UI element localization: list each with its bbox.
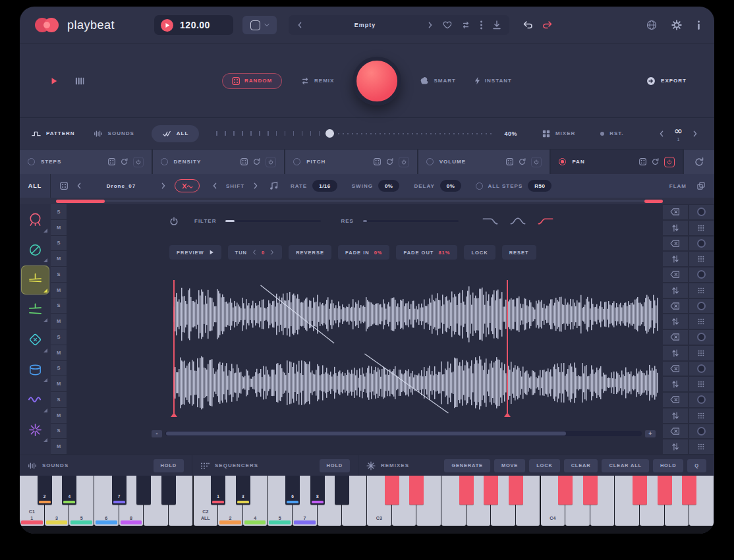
clear-sample-button[interactable] [662, 361, 689, 377]
sample-knob[interactable] [689, 424, 715, 439]
solo-button[interactable]: S [51, 329, 67, 345]
preset-next-button[interactable] [427, 22, 434, 28]
waveform-area[interactable] [152, 280, 659, 417]
black-key[interactable] [161, 476, 176, 505]
tab-pattern[interactable]: PATTERN [32, 129, 75, 138]
mute-button[interactable]: M [51, 314, 67, 329]
delay-pill[interactable]: 0% [440, 180, 462, 192]
param-tab-pan[interactable]: PAN [551, 150, 683, 174]
lock-button[interactable]: LOCK [464, 245, 495, 260]
drag-handle[interactable] [689, 314, 715, 329]
strip-right-segment[interactable] [644, 200, 663, 203]
bottom-lock-button[interactable]: LOCK [529, 459, 559, 472]
tune-down-icon[interactable] [252, 250, 257, 255]
res-slider[interactable] [363, 220, 459, 222]
mixer-button[interactable]: MIXER [542, 130, 575, 138]
globe-icon[interactable] [646, 20, 657, 30]
sound-slot-tom[interactable] [21, 356, 49, 385]
sample-knob[interactable] [689, 329, 715, 345]
loop-infinity[interactable]: ∞ 1 [674, 126, 683, 142]
zoom-out-button[interactable]: - [152, 430, 162, 437]
swing-slider-handle[interactable] [325, 129, 334, 138]
shift-right-icon[interactable] [252, 182, 259, 189]
bottom-hold-button[interactable]: HOLD [653, 459, 683, 472]
black-key[interactable]: 3 [236, 476, 250, 505]
sound-slot-open-hihat[interactable] [21, 296, 49, 325]
drag-handle[interactable] [689, 376, 715, 392]
solo-button[interactable]: S [51, 236, 67, 252]
scroll-track[interactable] [165, 431, 642, 436]
sample-prev-icon[interactable] [76, 182, 82, 189]
rate-value[interactable]: 1/16 [312, 180, 337, 192]
smart-button[interactable]: SMART [420, 76, 455, 86]
black-key[interactable]: 4 [62, 476, 76, 505]
scroll-thumb[interactable] [166, 432, 566, 435]
tune-control[interactable]: TUN 0 [228, 245, 283, 260]
dice-icon[interactable] [374, 158, 381, 165]
all-filter-button[interactable]: ALL [152, 125, 200, 142]
param-tab-radio[interactable] [426, 158, 434, 165]
mute-button[interactable]: M [51, 220, 67, 236]
mute-button[interactable]: M [51, 408, 67, 424]
transport-play-icon[interactable] [50, 77, 58, 85]
power-icon[interactable] [169, 217, 179, 226]
power-box[interactable] [531, 157, 542, 167]
filter-highpass-icon[interactable] [538, 216, 553, 226]
sample-knob[interactable] [689, 361, 715, 377]
sample-dice-icon[interactable] [60, 182, 68, 190]
solo-button[interactable]: S [51, 267, 67, 283]
remix-key[interactable] [583, 476, 598, 505]
preset-name[interactable]: Empty [312, 22, 418, 28]
preset-loop-icon[interactable] [461, 20, 470, 30]
sound-slot-closed-hihat[interactable] [21, 266, 49, 294]
solo-button[interactable]: S [51, 424, 67, 439]
power-box[interactable] [133, 157, 144, 167]
filter-bandpass-icon[interactable] [510, 216, 526, 226]
remix-key[interactable] [509, 476, 523, 505]
bpm-box[interactable]: 120.00 [154, 15, 233, 35]
sound-slot-kick-drum[interactable] [21, 206, 49, 235]
param-tab-pitch[interactable]: PITCH [285, 150, 417, 174]
randomize-cycle-button[interactable] [684, 150, 714, 174]
dice-icon[interactable] [639, 158, 646, 165]
sample-knob[interactable] [689, 204, 715, 220]
reset-sample-button[interactable]: RESET [502, 245, 536, 260]
export-button[interactable]: EXPORT [646, 76, 687, 86]
remix-key[interactable] [385, 476, 399, 505]
row-all-cell[interactable]: ALL [20, 174, 51, 198]
preset-menu-icon[interactable] [480, 20, 483, 30]
bottom-clear-button[interactable]: CLEAR [564, 459, 598, 472]
bpm-value[interactable]: 120.00 [180, 20, 210, 30]
clear-sample-button[interactable] [662, 392, 689, 408]
param-tab-density[interactable]: DENSITY [153, 150, 285, 174]
flam-label[interactable]: FLAM [669, 183, 687, 189]
drag-handle[interactable] [689, 345, 715, 361]
sample-name[interactable]: Drone_07 [82, 183, 160, 189]
refresh-icon[interactable] [386, 158, 393, 165]
loop-next-icon[interactable] [692, 130, 698, 137]
clear-sample-button[interactable] [662, 204, 689, 220]
solo-button[interactable]: S [51, 204, 67, 220]
remix-key[interactable] [409, 476, 424, 505]
clear-sample-button[interactable] [662, 329, 689, 345]
swap-sample-button[interactable] [662, 283, 689, 298]
swap-sample-button[interactable] [662, 376, 689, 392]
mute-button[interactable]: M [51, 376, 67, 392]
bpm-play-button[interactable] [161, 19, 173, 32]
refresh-icon[interactable] [519, 158, 526, 165]
piano-roll-icon[interactable] [75, 76, 84, 86]
solo-button[interactable]: S [51, 361, 67, 377]
refresh-icon[interactable] [652, 158, 659, 165]
end-marker[interactable] [507, 280, 508, 413]
tune-up-icon[interactable] [269, 250, 275, 255]
instant-button[interactable]: INSTANT [474, 76, 512, 85]
sound-slot-snare[interactable] [21, 236, 49, 265]
remix-button[interactable]: REMIX [300, 76, 334, 86]
mute-button[interactable]: M [51, 439, 67, 455]
filter-lowpass-icon[interactable] [482, 216, 498, 226]
strip-track[interactable] [56, 200, 663, 202]
redo-icon[interactable] [542, 20, 553, 30]
sound-slot-percussion[interactable] [21, 416, 49, 445]
sounds-hold-button[interactable]: HOLD [154, 459, 184, 472]
gear-icon[interactable] [671, 20, 682, 30]
